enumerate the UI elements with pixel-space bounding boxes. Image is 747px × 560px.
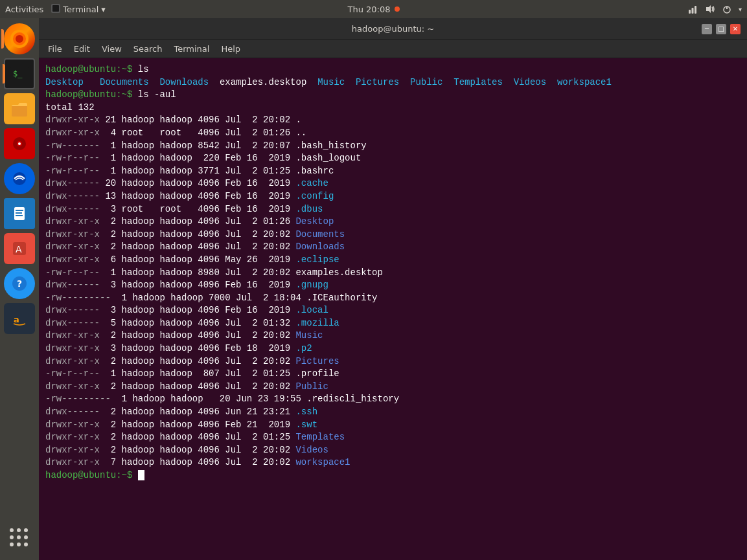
terminal-line: drwxr-xr-x 6 hadoop hadoop 4096 May 26 2… <box>45 254 741 267</box>
svg-point-10 <box>16 35 23 43</box>
show-apps-button[interactable] <box>4 522 35 554</box>
sidebar-item-amazon[interactable]: a <box>4 303 35 334</box>
svg-text:A: A <box>16 244 22 254</box>
terminal-line: -rw-r--r-- 1 hadoop hadoop 3771 Jul 2 01… <box>45 165 741 178</box>
svg-rect-3 <box>691 8 693 14</box>
sidebar-item-thunderbird[interactable] <box>4 163 35 194</box>
sidebar-item-software[interactable]: A <box>4 233 35 264</box>
sidebar: $_ A <box>0 18 39 560</box>
terminal-line: drwxr-xr-x 2 hadoop hadoop 4096 Jul 2 20… <box>45 444 741 457</box>
menu-search[interactable]: Search <box>128 43 168 55</box>
menu-help[interactable]: Help <box>216 43 246 55</box>
volume-icon <box>705 5 715 14</box>
terminal-menu-label <box>51 4 60 15</box>
terminal-line: drwx------ 3 hadoop hadoop 4096 Feb 16 2… <box>45 304 741 317</box>
terminal-line: drwxr-xr-x 3 hadoop hadoop 4096 Feb 18 2… <box>45 342 741 355</box>
close-button[interactable]: ✕ <box>730 24 741 34</box>
network-icon <box>687 5 698 14</box>
sidebar-item-terminal[interactable]: $_ <box>4 58 35 89</box>
terminal-line: -rw-r--r-- 1 hadoop hadoop 8980 Jul 2 20… <box>45 267 741 280</box>
terminal-line: -rw-r--r-- 1 hadoop hadoop 807 Jul 2 01:… <box>45 368 741 381</box>
terminal-line: drwxr-xr-x 2 hadoop hadoop 4096 Jul 2 01… <box>45 216 741 229</box>
power-icon[interactable] <box>722 5 732 14</box>
system-bar-left: Activities Terminal ▾ <box>5 4 106 15</box>
terminal-line: drwx------ 3 root root 4096 Feb 16 2019 … <box>45 203 741 216</box>
menu-view[interactable]: View <box>97 43 127 55</box>
sidebar-item-files[interactable] <box>4 93 35 124</box>
terminal-line: total 132 <box>45 102 741 115</box>
svg-rect-4 <box>695 6 696 14</box>
terminal-line: drwxr-xr-x 4 root root 4096 Jul 2 01:26 … <box>45 127 741 140</box>
terminal-menu-bar: File Edit View Search Terminal Help <box>39 40 747 58</box>
window-controls: ─ □ ✕ <box>702 24 741 34</box>
svg-marker-5 <box>706 5 711 13</box>
terminal-title: hadoop@ubuntu: ~ <box>352 24 434 34</box>
prompt: hadoop@ubuntu:~$ <box>45 64 138 74</box>
minimize-button[interactable]: ─ <box>702 24 712 34</box>
svg-rect-20 <box>16 212 22 214</box>
system-tray: ▾ <box>687 5 742 14</box>
cursor <box>138 470 144 480</box>
system-bar: Activities Terminal ▾ Thu 20:08 <box>0 0 747 18</box>
svg-rect-19 <box>16 210 23 211</box>
terminal-line: drwx------ 13 hadoop hadoop 4096 Feb 16 … <box>45 190 741 203</box>
terminal-line: drwxr-xr-x 2 hadoop hadoop 4096 Jul 2 20… <box>45 330 741 342</box>
terminal-line: hadoop@ubuntu:~$ ls <box>45 63 741 76</box>
apps-grid-icon <box>10 528 29 548</box>
terminal-line: drwxr-xr-x 2 hadoop hadoop 4096 Jul 2 20… <box>45 241 741 254</box>
terminal-line: drwxr-xr-x 2 hadoop hadoop 4096 Feb 21 2… <box>45 419 741 432</box>
sidebar-item-firefox[interactable] <box>4 23 35 54</box>
sidebar-item-libreoffice[interactable] <box>4 198 35 229</box>
terminal-line: drwxr-xr-x 2 hadoop hadoop 4096 Jul 2 01… <box>45 431 741 444</box>
cmd: ls <box>138 64 149 74</box>
sidebar-item-help[interactable]: ? <box>4 268 35 299</box>
terminal-line: drwxr-xr-x 2 hadoop hadoop 4096 Jul 2 20… <box>45 229 741 241</box>
terminal-line: drwx------ 3 hadoop hadoop 4096 Feb 16 2… <box>45 279 741 292</box>
terminal-app-menu[interactable]: Terminal ▾ <box>51 4 105 15</box>
system-datetime: Thu 20:08 <box>347 5 399 14</box>
menu-edit[interactable]: Edit <box>69 43 95 55</box>
terminal-title-bar: hadoop@ubuntu: ~ ─ □ ✕ <box>39 18 747 40</box>
terminal-line: drwxr-xr-x 21 hadoop hadoop 4096 Jul 2 2… <box>45 114 741 127</box>
terminal-line: -rw------- 1 hadoop hadoop 8542 Jul 2 20… <box>45 140 741 153</box>
terminal-line: hadoop@ubuntu:~$ ls -aul <box>45 89 741 102</box>
svg-rect-1 <box>52 5 59 12</box>
terminal-line: -rw--------- 1 hadoop hadoop 20 Jun 23 1… <box>45 393 741 406</box>
maximize-button[interactable]: □ <box>716 24 726 34</box>
recording-dot <box>395 6 400 12</box>
terminal-menu-text: Terminal <box>63 5 98 14</box>
final-prompt-text: hadoop@ubuntu:~$ <box>45 470 138 480</box>
svg-rect-21 <box>16 215 23 216</box>
terminal-line: drwxr-xr-x 2 hadoop hadoop 4096 Jul 2 20… <box>45 381 741 394</box>
terminal-line: drwx------ 2 hadoop hadoop 4096 Jun 21 2… <box>45 406 741 419</box>
terminal-line: -rw-r--r-- 1 hadoop hadoop 220 Feb 16 20… <box>45 152 741 165</box>
svg-rect-13 <box>12 105 27 117</box>
sidebar-item-rhythmbox[interactable] <box>4 128 35 159</box>
terminal-line: drwx------ 5 hadoop hadoop 4096 Jul 2 01… <box>45 317 741 330</box>
terminal-menu-arrow: ▾ <box>101 5 106 14</box>
svg-text:$_: $_ <box>13 69 23 78</box>
terminal-line: drwxr-xr-x 7 hadoop hadoop 4096 Jul 2 20… <box>45 456 741 469</box>
terminal-final-prompt: hadoop@ubuntu:~$ <box>45 469 741 482</box>
svg-text:a: a <box>14 315 19 324</box>
datetime-text: Thu 20:08 <box>347 5 390 14</box>
terminal-line: drwx------ 20 hadoop hadoop 4096 Feb 16 … <box>45 177 741 190</box>
system-menu-arrow[interactable]: ▾ <box>739 6 742 13</box>
terminal-line: Desktop Documents Downloads examples.des… <box>45 76 741 89</box>
svg-rect-2 <box>689 10 691 14</box>
terminal-line: drwxr-xr-x 2 hadoop hadoop 4096 Jul 2 20… <box>45 355 741 368</box>
svg-point-16 <box>18 142 21 145</box>
menu-file[interactable]: File <box>43 43 67 55</box>
svg-text:?: ? <box>17 278 22 289</box>
terminal-window: hadoop@ubuntu: ~ ─ □ ✕ File Edit View Se… <box>39 18 747 560</box>
activities-button[interactable]: Activities <box>5 5 43 14</box>
terminal-line: -rw--------- 1 hadoop hadoop 7000 Jul 2 … <box>45 292 741 305</box>
menu-terminal[interactable]: Terminal <box>168 43 214 55</box>
terminal-content[interactable]: hadoop@ubuntu:~$ ls Desktop Documents Do… <box>39 58 747 560</box>
